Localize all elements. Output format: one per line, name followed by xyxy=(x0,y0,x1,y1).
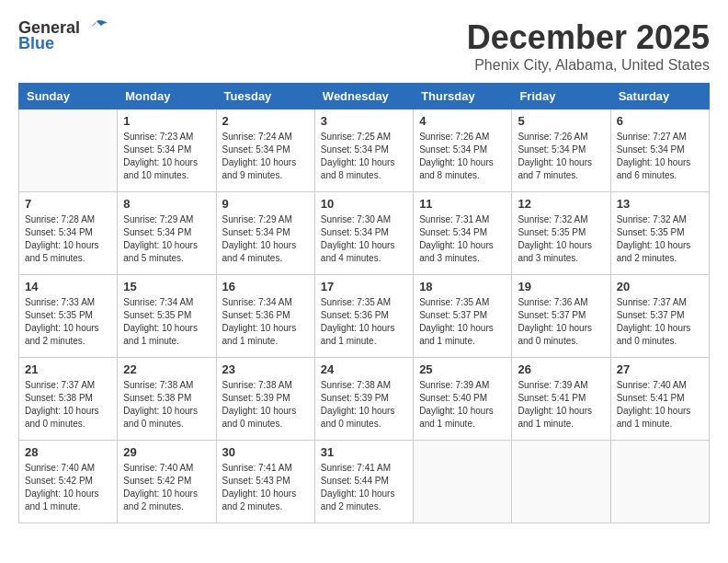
day-number: 3 xyxy=(321,114,407,128)
calendar-cell: 28Sunrise: 7:40 AM Sunset: 5:42 PM Dayli… xyxy=(19,441,118,523)
calendar-cell xyxy=(414,441,512,523)
day-info: Sunrise: 7:40 AM Sunset: 5:41 PM Dayligh… xyxy=(617,379,703,431)
day-info: Sunrise: 7:37 AM Sunset: 5:38 PM Dayligh… xyxy=(25,379,111,431)
calendar-cell: 17Sunrise: 7:35 AM Sunset: 5:36 PM Dayli… xyxy=(314,275,413,358)
day-number: 17 xyxy=(321,280,407,293)
day-info: Sunrise: 7:41 AM Sunset: 5:44 PM Dayligh… xyxy=(321,462,407,513)
day-number: 1 xyxy=(123,114,210,128)
calendar-cell: 6Sunrise: 7:27 AM Sunset: 5:34 PM Daylig… xyxy=(610,109,709,192)
day-info: Sunrise: 7:26 AM Sunset: 5:34 PM Dayligh… xyxy=(518,131,604,182)
location-title: Phenix City, Alabama, United States xyxy=(467,57,710,74)
day-info: Sunrise: 7:26 AM Sunset: 5:34 PM Dayligh… xyxy=(419,131,506,182)
calendar-cell: 12Sunrise: 7:32 AM Sunset: 5:35 PM Dayli… xyxy=(512,192,610,275)
calendar-cell: 1Sunrise: 7:23 AM Sunset: 5:34 PM Daylig… xyxy=(118,109,216,192)
day-info: Sunrise: 7:30 AM Sunset: 5:34 PM Dayligh… xyxy=(321,213,407,265)
day-number: 29 xyxy=(123,445,210,459)
day-number: 16 xyxy=(222,280,309,293)
calendar-cell: 15Sunrise: 7:34 AM Sunset: 5:35 PM Dayli… xyxy=(118,275,216,358)
calendar-cell: 8Sunrise: 7:29 AM Sunset: 5:34 PM Daylig… xyxy=(118,192,216,275)
day-number: 4 xyxy=(419,114,506,128)
day-number: 10 xyxy=(321,197,407,211)
calendar-week-row: 21Sunrise: 7:37 AM Sunset: 5:38 PM Dayli… xyxy=(19,358,710,441)
weekday-header-saturday: Saturday xyxy=(610,84,709,109)
calendar-cell: 13Sunrise: 7:32 AM Sunset: 5:35 PM Dayli… xyxy=(610,192,709,275)
day-number: 20 xyxy=(617,280,703,293)
calendar-cell xyxy=(610,441,709,523)
day-number: 14 xyxy=(25,280,111,293)
day-info: Sunrise: 7:39 AM Sunset: 5:41 PM Dayligh… xyxy=(518,379,604,431)
day-info: Sunrise: 7:25 AM Sunset: 5:34 PM Dayligh… xyxy=(321,131,407,182)
day-info: Sunrise: 7:24 AM Sunset: 5:34 PM Dayligh… xyxy=(222,131,309,182)
calendar-cell: 20Sunrise: 7:37 AM Sunset: 5:37 PM Dayli… xyxy=(610,275,709,358)
calendar-cell xyxy=(512,441,610,523)
calendar-cell: 21Sunrise: 7:37 AM Sunset: 5:38 PM Dayli… xyxy=(19,358,118,441)
calendar-cell: 25Sunrise: 7:39 AM Sunset: 5:40 PM Dayli… xyxy=(414,358,512,441)
day-info: Sunrise: 7:38 AM Sunset: 5:39 PM Dayligh… xyxy=(222,379,309,431)
weekday-header-wednesday: Wednesday xyxy=(314,84,413,109)
logo-bird-icon xyxy=(84,19,109,38)
weekday-header-row: SundayMondayTuesdayWednesdayThursdayFrid… xyxy=(19,84,710,109)
day-number: 2 xyxy=(222,114,309,128)
month-title: December 2025 xyxy=(467,18,710,57)
calendar-cell: 16Sunrise: 7:34 AM Sunset: 5:36 PM Dayli… xyxy=(216,275,314,358)
day-number: 8 xyxy=(123,197,210,211)
title-area: December 2025 Phenix City, Alabama, Unit… xyxy=(467,18,710,74)
day-number: 21 xyxy=(25,362,111,376)
logo-blue-text: Blue xyxy=(18,34,54,53)
calendar-table: SundayMondayTuesdayWednesdayThursdayFrid… xyxy=(18,83,710,523)
day-info: Sunrise: 7:35 AM Sunset: 5:37 PM Dayligh… xyxy=(419,296,506,348)
day-number: 23 xyxy=(222,362,309,376)
day-number: 19 xyxy=(518,280,604,293)
calendar-cell: 14Sunrise: 7:33 AM Sunset: 5:35 PM Dayli… xyxy=(19,275,118,358)
day-info: Sunrise: 7:31 AM Sunset: 5:34 PM Dayligh… xyxy=(419,213,506,265)
weekday-header-tuesday: Tuesday xyxy=(216,84,314,109)
day-info: Sunrise: 7:33 AM Sunset: 5:35 PM Dayligh… xyxy=(25,296,111,348)
weekday-header-monday: Monday xyxy=(118,84,216,109)
weekday-header-thursday: Thursday xyxy=(414,84,512,109)
calendar-cell: 5Sunrise: 7:26 AM Sunset: 5:34 PM Daylig… xyxy=(512,109,610,192)
calendar-cell: 19Sunrise: 7:36 AM Sunset: 5:37 PM Dayli… xyxy=(512,275,610,358)
calendar-cell: 22Sunrise: 7:38 AM Sunset: 5:38 PM Dayli… xyxy=(118,358,216,441)
day-info: Sunrise: 7:29 AM Sunset: 5:34 PM Dayligh… xyxy=(123,213,210,265)
calendar-cell: 10Sunrise: 7:30 AM Sunset: 5:34 PM Dayli… xyxy=(314,192,413,275)
day-number: 28 xyxy=(25,445,111,459)
calendar-cell: 11Sunrise: 7:31 AM Sunset: 5:34 PM Dayli… xyxy=(414,192,512,275)
calendar-cell: 18Sunrise: 7:35 AM Sunset: 5:37 PM Dayli… xyxy=(414,275,512,358)
day-number: 30 xyxy=(222,445,309,459)
day-info: Sunrise: 7:35 AM Sunset: 5:36 PM Dayligh… xyxy=(321,296,407,348)
day-info: Sunrise: 7:32 AM Sunset: 5:35 PM Dayligh… xyxy=(617,213,703,265)
day-info: Sunrise: 7:27 AM Sunset: 5:34 PM Dayligh… xyxy=(617,131,703,182)
day-number: 11 xyxy=(419,197,506,211)
day-number: 6 xyxy=(617,114,703,128)
day-info: Sunrise: 7:34 AM Sunset: 5:36 PM Dayligh… xyxy=(222,296,309,348)
calendar-cell: 30Sunrise: 7:41 AM Sunset: 5:43 PM Dayli… xyxy=(216,441,314,523)
calendar-cell: 29Sunrise: 7:40 AM Sunset: 5:42 PM Dayli… xyxy=(118,441,216,523)
day-info: Sunrise: 7:32 AM Sunset: 5:35 PM Dayligh… xyxy=(518,213,604,265)
day-number: 7 xyxy=(25,197,111,211)
calendar-cell: 27Sunrise: 7:40 AM Sunset: 5:41 PM Dayli… xyxy=(610,358,709,441)
day-number: 5 xyxy=(518,114,604,128)
calendar-cell xyxy=(19,109,118,192)
day-info: Sunrise: 7:29 AM Sunset: 5:34 PM Dayligh… xyxy=(222,213,309,265)
day-info: Sunrise: 7:40 AM Sunset: 5:42 PM Dayligh… xyxy=(123,462,210,513)
day-number: 15 xyxy=(123,280,210,293)
day-number: 13 xyxy=(617,197,703,211)
day-number: 12 xyxy=(518,197,604,211)
day-number: 22 xyxy=(123,362,210,376)
calendar-week-row: 7Sunrise: 7:28 AM Sunset: 5:34 PM Daylig… xyxy=(19,192,710,275)
day-info: Sunrise: 7:38 AM Sunset: 5:39 PM Dayligh… xyxy=(321,379,407,431)
logo: General Blue xyxy=(18,18,109,53)
calendar-cell: 26Sunrise: 7:39 AM Sunset: 5:41 PM Dayli… xyxy=(512,358,610,441)
calendar-cell: 23Sunrise: 7:38 AM Sunset: 5:39 PM Dayli… xyxy=(216,358,314,441)
day-number: 27 xyxy=(617,362,703,376)
calendar-cell: 24Sunrise: 7:38 AM Sunset: 5:39 PM Dayli… xyxy=(314,358,413,441)
day-number: 31 xyxy=(321,445,407,459)
day-info: Sunrise: 7:28 AM Sunset: 5:34 PM Dayligh… xyxy=(25,213,111,265)
day-number: 24 xyxy=(321,362,407,376)
day-info: Sunrise: 7:34 AM Sunset: 5:35 PM Dayligh… xyxy=(123,296,210,348)
calendar-cell: 3Sunrise: 7:25 AM Sunset: 5:34 PM Daylig… xyxy=(314,109,413,192)
page-header: General Blue December 2025 Phenix City, … xyxy=(18,18,710,74)
day-number: 9 xyxy=(222,197,309,211)
day-number: 25 xyxy=(419,362,506,376)
calendar-week-row: 1Sunrise: 7:23 AM Sunset: 5:34 PM Daylig… xyxy=(19,109,710,192)
